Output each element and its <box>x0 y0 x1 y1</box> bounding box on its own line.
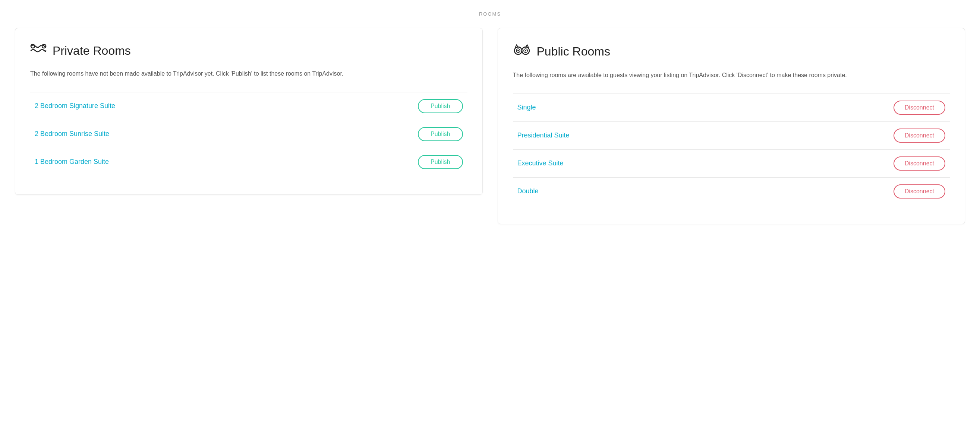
disconnect-button[interactable]: Disconnect <box>894 184 945 198</box>
list-item: 2 Bedroom Sunrise Suite Publish <box>30 120 468 148</box>
publish-button[interactable]: Publish <box>418 155 463 169</box>
room-name: 2 Bedroom Signature Suite <box>35 102 115 110</box>
publish-button[interactable]: Publish <box>418 99 463 113</box>
private-rooms-icon <box>30 43 46 59</box>
svg-point-7 <box>525 50 527 51</box>
private-rooms-list: 2 Bedroom Signature Suite Publish 2 Bedr… <box>30 92 468 176</box>
private-rooms-card: Private Rooms The following rooms have n… <box>15 28 483 195</box>
page-container: ROOMS Private Rooms The following rooms … <box>0 0 980 247</box>
disconnect-button[interactable]: Disconnect <box>894 157 945 171</box>
publish-button[interactable]: Publish <box>418 127 463 141</box>
list-item: 2 Bedroom Signature Suite Publish <box>30 92 468 120</box>
room-name: 1 Bedroom Garden Suite <box>35 158 109 166</box>
public-card-title: Public Rooms <box>537 45 610 59</box>
room-name: Double <box>517 187 539 195</box>
public-rooms-list: Single Disconnect Presidential Suite Dis… <box>513 94 950 205</box>
list-item: Double Disconnect <box>513 177 950 205</box>
disconnect-button[interactable]: Disconnect <box>894 128 945 143</box>
public-rooms-card: Public Rooms The following rooms are ava… <box>498 28 966 224</box>
private-card-header: Private Rooms <box>30 43 468 59</box>
room-name: Presidential Suite <box>517 132 570 139</box>
tripadvisor-owl-icon <box>513 43 531 60</box>
room-name: Executive Suite <box>517 159 564 167</box>
room-name: Single <box>517 103 536 111</box>
private-card-title: Private Rooms <box>52 44 131 58</box>
list-item: 1 Bedroom Garden Suite Publish <box>30 148 468 176</box>
room-name: 2 Bedroom Sunrise Suite <box>35 130 109 138</box>
list-item: Presidential Suite Disconnect <box>513 121 950 149</box>
private-card-description: The following rooms have not been made a… <box>30 69 468 79</box>
disconnect-button[interactable]: Disconnect <box>894 101 945 115</box>
svg-point-4 <box>517 50 519 51</box>
public-card-description: The following rooms are available to gue… <box>513 70 950 80</box>
cards-container: Private Rooms The following rooms have n… <box>15 28 965 224</box>
list-item: Single Disconnect <box>513 94 950 121</box>
section-title-row: ROOMS <box>15 11 965 17</box>
section-title: ROOMS <box>471 11 509 17</box>
public-card-header: Public Rooms <box>513 43 950 60</box>
list-item: Executive Suite Disconnect <box>513 149 950 177</box>
